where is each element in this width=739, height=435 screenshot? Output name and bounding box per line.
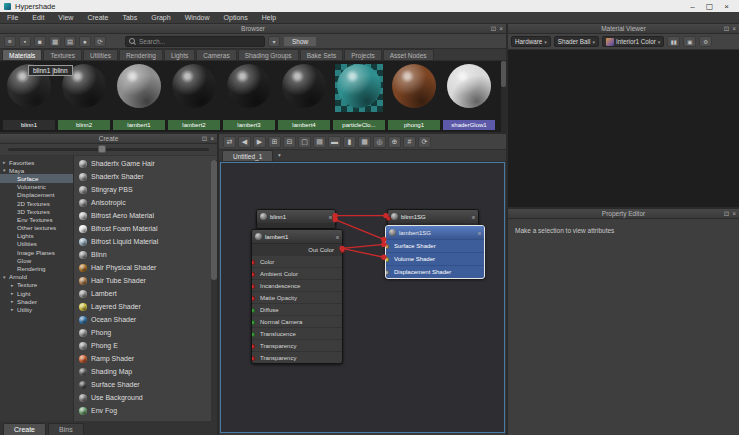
environment-dropdown[interactable]: Interior1 Color ▾ <box>602 36 664 47</box>
material-swatch[interactable]: shaderGlow1 <box>442 62 496 130</box>
snapshot-icon[interactable]: ▣ <box>683 36 696 47</box>
create-list-item[interactable]: Ramp Shader <box>74 352 217 365</box>
create-list-item[interactable]: Anisotropic <box>74 196 217 209</box>
node-attribute-row[interactable]: Color <box>252 255 342 267</box>
browser-tab[interactable]: Cameras <box>196 49 236 60</box>
create-tree-item[interactable]: Glow <box>0 256 73 264</box>
create-list-item[interactable]: Layered Shader <box>74 300 217 313</box>
create-panel-header[interactable]: Create ⊡ × <box>0 134 217 144</box>
float-panel-icon[interactable]: ⊡ <box>491 24 496 34</box>
frame-all-icon[interactable]: ◎ <box>373 136 386 148</box>
menu-item[interactable]: View <box>51 12 80 24</box>
create-list-item[interactable]: Ocean Shader <box>74 313 217 326</box>
refresh-swatches-icon[interactable]: ⟳ <box>94 36 106 47</box>
swatch-size-slider[interactable] <box>8 148 209 151</box>
menu-item[interactable]: Options <box>217 12 255 24</box>
node-attribute-row[interactable]: Incandescence <box>252 279 342 291</box>
create-list-item[interactable]: Bifrost Liquid Material <box>74 235 217 248</box>
create-list-item[interactable]: Hair Tube Shader <box>74 274 217 287</box>
close-button[interactable]: × <box>718 2 735 11</box>
browser-tab[interactable]: Asset Nodes <box>383 49 434 60</box>
node-blinn1[interactable]: blinn1 ≡ <box>256 209 336 229</box>
node-header[interactable]: blinn1SG ≡ <box>388 210 478 223</box>
out-color-row[interactable]: Out Color <box>252 243 342 255</box>
node-attribute-row[interactable]: Displacement Shader <box>386 265 484 278</box>
create-list-item[interactable]: Shaderfx Game Hair <box>74 157 217 170</box>
renderer-dropdown[interactable]: Hardware ▾ <box>511 36 551 47</box>
input-port[interactable] <box>252 272 255 277</box>
create-list-item[interactable]: Phong <box>74 326 217 339</box>
browser-tab[interactable]: Projects <box>344 49 381 60</box>
menu-item[interactable]: Edit <box>25 12 51 24</box>
zoom-in-icon[interactable]: ⊕ <box>388 136 401 148</box>
create-tree-item[interactable]: Displacement <box>0 191 73 199</box>
input-port[interactable] <box>252 260 255 265</box>
clear-graph-icon[interactable]: ▢ <box>298 136 311 148</box>
work-area-tab[interactable]: Untitled_1 <box>222 150 273 161</box>
search-filter-dropdown-icon[interactable]: ▾ <box>268 36 280 47</box>
medium-swatches-icon[interactable]: ■ <box>34 36 46 47</box>
add-selected-to-graph-icon[interactable]: ⊞ <box>268 136 281 148</box>
node-attribute-row[interactable]: Diffuse <box>252 303 342 315</box>
tab-dropdown-icon[interactable]: ▾ <box>273 150 285 161</box>
render-swatch-icon[interactable]: ● <box>79 36 91 47</box>
create-tree-item[interactable]: 2D Textures <box>0 199 73 207</box>
node-attribute-row[interactable]: Surface Shader <box>386 239 484 252</box>
create-bottom-tab[interactable]: Create <box>3 423 46 435</box>
material-swatch[interactable]: lambert3 <box>222 62 276 130</box>
close-panel-icon[interactable]: × <box>499 24 503 34</box>
input-port[interactable] <box>386 270 389 275</box>
create-tree-item[interactable]: ▸ Utility <box>0 305 73 313</box>
input-port[interactable] <box>252 284 255 289</box>
create-tree-item[interactable]: ▸ Texture <box>0 281 73 289</box>
create-list-item[interactable]: Bifrost Foam Material <box>74 222 217 235</box>
list-view-icon[interactable]: ▤ <box>64 36 76 47</box>
node-attribute-row[interactable]: Volume Shader <box>386 252 484 265</box>
material-swatch[interactable]: lambert4 <box>277 62 331 130</box>
create-list-item[interactable]: Use Background <box>74 391 217 404</box>
create-tree-item[interactable]: Env Textures <box>0 215 73 223</box>
rearrange-graph-icon[interactable]: ▤ <box>313 136 326 148</box>
create-tree-item[interactable]: ▸ Shader <box>0 297 73 305</box>
node-lambert1SG[interactable]: lambert1SG ≡ Surface Shader Volume Shade… <box>385 225 485 279</box>
toggle-grid-icon[interactable]: ▦ <box>358 136 371 148</box>
create-tree-item[interactable]: Lights <box>0 232 73 240</box>
create-tree-item[interactable]: ▸ Favorites <box>0 158 73 166</box>
browser-tab[interactable]: Lights <box>164 49 195 60</box>
menu-item[interactable]: Window <box>178 12 217 24</box>
large-swatches-icon[interactable]: ▦ <box>49 36 61 47</box>
material-swatch[interactable]: particleClo... <box>332 62 386 130</box>
browser-tab[interactable]: Bake Sets <box>300 49 344 60</box>
node-attribute-row[interactable]: Transparency <box>252 351 342 363</box>
node-attribute-row[interactable]: Transparency <box>252 339 342 351</box>
browser-tab[interactable]: Rendering <box>119 49 163 60</box>
create-tree-item[interactable]: ▾ Maya <box>0 166 73 174</box>
create-list-scrollbar-thumb[interactable] <box>211 160 217 280</box>
input-output-connections-icon[interactable]: ⇄ <box>223 136 236 148</box>
menu-item[interactable]: File <box>0 12 25 24</box>
node-header[interactable]: blinn1 ≡ <box>257 210 335 223</box>
menu-item[interactable]: Help <box>255 12 283 24</box>
create-list-item[interactable]: Blinn <box>74 248 217 261</box>
node-header[interactable]: lambert1SG ≡ <box>386 226 484 239</box>
show-button[interactable]: Show <box>283 36 317 47</box>
remove-selected-from-graph-icon[interactable]: ⊟ <box>283 136 296 148</box>
create-list-item[interactable]: Shading Map <box>74 365 217 378</box>
input-port[interactable] <box>252 320 255 325</box>
material-swatch[interactable]: lambert2 <box>167 62 221 130</box>
browser-tab[interactable]: Shading Groups <box>238 49 299 60</box>
menu-item[interactable]: Create <box>80 12 115 24</box>
material-swatch[interactable]: lambert1 <box>112 62 166 130</box>
create-tree-item[interactable]: Utilities <box>0 240 73 248</box>
create-list-item[interactable]: Surface Shader <box>74 378 217 391</box>
align-horizontal-icon[interactable]: ▬ <box>328 136 341 148</box>
create-list-item[interactable]: Hair Physical Shader <box>74 261 217 274</box>
node-menu-icon[interactable]: ≡ <box>478 230 481 236</box>
node-attribute-row[interactable]: Ambient Color <box>252 267 342 279</box>
create-list-item[interactable]: Stingray PBS <box>74 183 217 196</box>
toggle-port-names-icon[interactable]: # <box>403 136 416 148</box>
menu-item[interactable]: Graph <box>144 12 177 24</box>
create-list-item[interactable]: Bifrost Aero Material <box>74 209 217 222</box>
browser-tab[interactable]: Materials <box>2 49 42 60</box>
out-port[interactable] <box>333 216 338 221</box>
